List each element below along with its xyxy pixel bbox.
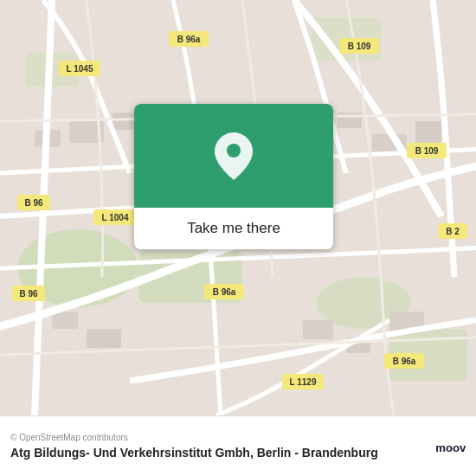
svg-text:B 96a: B 96a — [177, 35, 201, 44]
svg-text:moovit: moovit — [435, 441, 466, 454]
moovit-logo-icon: moovit — [434, 431, 466, 462]
svg-text:L 1045: L 1045 — [67, 64, 93, 74]
svg-rect-9 — [113, 113, 134, 130]
svg-text:B 96: B 96 — [24, 198, 43, 208]
svg-text:B 96a: B 96a — [213, 287, 236, 297]
svg-rect-14 — [303, 320, 333, 339]
moovit-logo: moovit — [434, 431, 466, 462]
location-title: Atg Bildungs- Und Verkehrsinstitut Gmbh,… — [10, 446, 378, 460]
svg-rect-17 — [52, 312, 78, 329]
svg-text:L 1004: L 1004 — [102, 213, 129, 222]
app-container: B 109 B 109 B 96a B 96a B 96 B 96 L 1045… — [0, 0, 476, 476]
svg-rect-13 — [415, 121, 441, 143]
bottom-info: © OpenStreetMap contributors Atg Bildung… — [10, 433, 378, 460]
popup-header — [134, 104, 333, 208]
svg-text:B 109: B 109 — [348, 42, 371, 51]
svg-text:B 96a: B 96a — [393, 357, 416, 366]
attribution-text: © OpenStreetMap contributors — [10, 433, 378, 442]
svg-text:B 96: B 96 — [19, 289, 38, 299]
location-pin-icon — [215, 132, 253, 180]
map-container: B 109 B 109 B 96a B 96a B 96 B 96 L 1045… — [0, 0, 476, 415]
svg-rect-18 — [87, 329, 121, 348]
popup-card: Take me there — [134, 104, 333, 249]
bottom-bar: © OpenStreetMap contributors Atg Bildung… — [0, 415, 476, 476]
svg-text:B 2: B 2 — [446, 227, 460, 236]
svg-point-41 — [227, 144, 241, 158]
svg-text:L 1129: L 1129 — [290, 377, 317, 387]
svg-text:B 109: B 109 — [415, 146, 439, 156]
take-me-there-button[interactable]: Take me there — [134, 208, 333, 249]
